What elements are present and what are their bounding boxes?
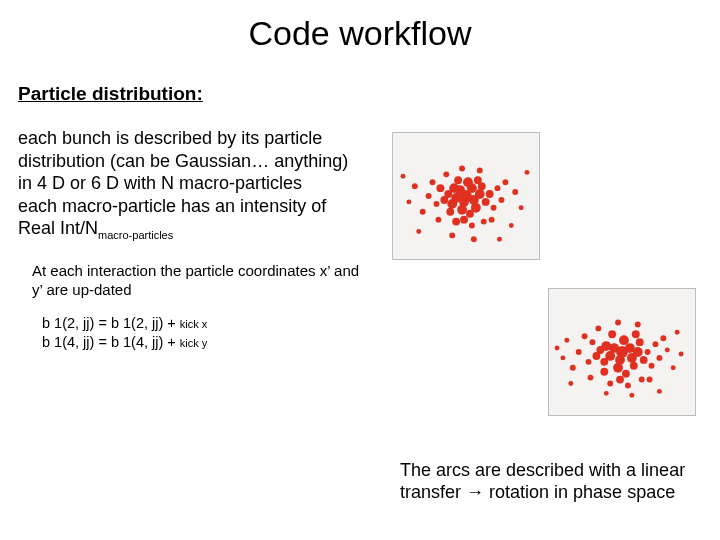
svg-point-81 (576, 349, 582, 355)
svg-point-21 (436, 184, 444, 192)
svg-point-89 (665, 348, 670, 353)
svg-point-88 (647, 377, 653, 383)
svg-point-80 (639, 377, 645, 383)
svg-point-65 (592, 352, 600, 360)
svg-point-16 (482, 198, 490, 206)
section-heading: Particle distribution: (18, 83, 720, 105)
arcs-description: The arcs are described with a linear tra… (400, 460, 700, 503)
svg-point-95 (675, 330, 680, 335)
slide-title: Code workflow (0, 0, 720, 61)
svg-point-35 (435, 217, 441, 223)
svg-point-36 (502, 179, 508, 185)
svg-point-75 (649, 363, 655, 369)
svg-point-33 (459, 165, 465, 171)
svg-point-98 (657, 389, 662, 394)
svg-point-27 (430, 179, 436, 185)
svg-point-19 (446, 208, 454, 216)
svg-point-96 (555, 346, 560, 351)
svg-point-91 (671, 365, 676, 370)
svg-point-18 (474, 176, 482, 184)
svg-point-15 (440, 196, 448, 204)
svg-point-66 (640, 356, 648, 364)
svg-point-99 (679, 352, 684, 357)
svg-point-94 (629, 393, 634, 398)
svg-point-37 (420, 209, 426, 215)
svg-point-32 (498, 197, 504, 203)
svg-point-87 (570, 365, 576, 371)
particle-cluster-2 (548, 288, 696, 416)
svg-point-24 (434, 201, 440, 207)
svg-point-74 (586, 359, 592, 365)
svg-point-17 (454, 176, 462, 184)
svg-point-26 (469, 223, 475, 229)
svg-point-72 (645, 349, 651, 355)
svg-point-61 (630, 362, 638, 370)
svg-point-59 (613, 363, 623, 373)
svg-point-29 (443, 171, 449, 177)
svg-point-30 (481, 219, 487, 225)
svg-point-40 (412, 183, 418, 189)
svg-point-68 (632, 330, 640, 338)
svg-point-31 (426, 193, 432, 199)
svg-point-83 (615, 320, 621, 326)
svg-point-6 (463, 177, 473, 187)
svg-point-45 (509, 223, 514, 228)
svg-point-84 (635, 321, 641, 327)
svg-point-90 (564, 338, 569, 343)
svg-point-86 (660, 335, 666, 341)
svg-point-10 (447, 199, 457, 209)
svg-point-42 (406, 199, 411, 204)
svg-point-70 (616, 376, 624, 384)
svg-point-71 (590, 339, 596, 345)
svg-point-48 (416, 229, 421, 234)
svg-point-23 (452, 218, 460, 226)
svg-point-44 (471, 236, 477, 242)
svg-point-8 (475, 189, 485, 199)
svg-point-78 (653, 341, 659, 347)
svg-point-76 (625, 383, 631, 389)
svg-point-25 (491, 205, 497, 211)
svg-point-77 (582, 333, 588, 339)
svg-point-67 (608, 330, 616, 338)
svg-point-58 (633, 347, 643, 357)
svg-point-14 (466, 210, 474, 218)
svg-point-64 (622, 370, 630, 378)
body-paragraph: each bunch is described by its particle … (18, 127, 358, 242)
svg-point-69 (600, 368, 608, 376)
svg-point-60 (600, 358, 608, 366)
svg-point-28 (495, 185, 501, 191)
interaction-note: At each interaction the particle coordin… (32, 262, 372, 300)
svg-point-82 (656, 355, 662, 361)
svg-point-47 (525, 170, 530, 175)
svg-point-9 (457, 205, 467, 215)
svg-point-49 (497, 237, 502, 242)
svg-point-34 (477, 167, 483, 173)
svg-point-43 (449, 232, 455, 238)
svg-point-39 (512, 189, 518, 195)
svg-point-93 (604, 391, 609, 396)
svg-point-41 (519, 205, 524, 210)
svg-point-79 (595, 325, 601, 331)
svg-point-38 (489, 217, 495, 223)
svg-point-46 (401, 174, 406, 179)
svg-point-20 (460, 216, 468, 224)
svg-point-73 (607, 381, 613, 387)
svg-point-85 (588, 375, 594, 381)
svg-point-56 (619, 335, 629, 345)
particle-cluster-1 (392, 132, 540, 260)
svg-point-92 (560, 355, 565, 360)
svg-point-63 (636, 338, 644, 346)
svg-point-22 (486, 190, 494, 198)
svg-point-97 (568, 381, 573, 386)
